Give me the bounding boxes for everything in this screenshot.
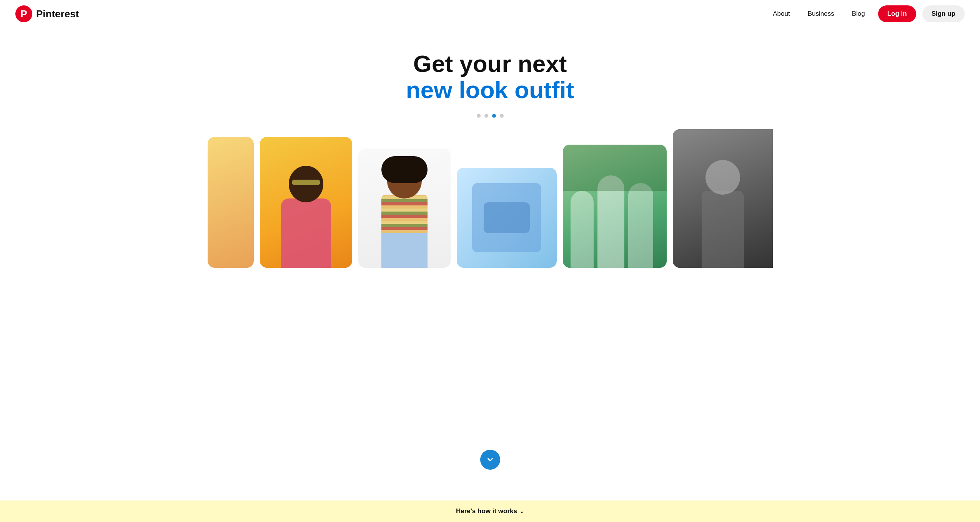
brand-name: Pinterest: [36, 8, 79, 20]
hero-headline-line1: Get your next: [406, 51, 574, 77]
hero-headline-line2: new look outfit: [406, 77, 574, 103]
hero-text: Get your next new look outfit: [406, 51, 574, 103]
hero-section: Get your next new look outfit: [0, 28, 980, 500]
image-card-striped: [358, 148, 451, 268]
image-card-yellow: [260, 137, 352, 268]
dot-3[interactable]: [492, 114, 496, 118]
nav-link-business[interactable]: Business: [801, 7, 841, 21]
dot-1[interactable]: [477, 114, 481, 118]
image-card-right-bw: [673, 129, 773, 268]
nav-link-about[interactable]: About: [766, 7, 797, 21]
images-row: [0, 129, 980, 268]
carousel-dots: [477, 114, 504, 118]
image-card-edge-left: [208, 137, 254, 268]
signup-button[interactable]: Sign up: [922, 5, 965, 22]
logo-link[interactable]: P Pinterest: [15, 5, 79, 22]
pinterest-p-icon: P: [15, 5, 32, 22]
dot-2[interactable]: [484, 114, 488, 118]
dot-4[interactable]: [500, 114, 504, 118]
scroll-down-button[interactable]: [480, 450, 500, 470]
nav-links: About Business Blog Log in Sign up: [766, 5, 965, 22]
image-card-center: [457, 168, 557, 268]
chevron-down-icon: [486, 455, 494, 464]
image-card-group: [563, 145, 667, 268]
login-button[interactable]: Log in: [878, 5, 916, 22]
main-nav: P Pinterest About Business Blog Log in S…: [0, 0, 980, 28]
nav-link-blog[interactable]: Blog: [845, 7, 872, 21]
